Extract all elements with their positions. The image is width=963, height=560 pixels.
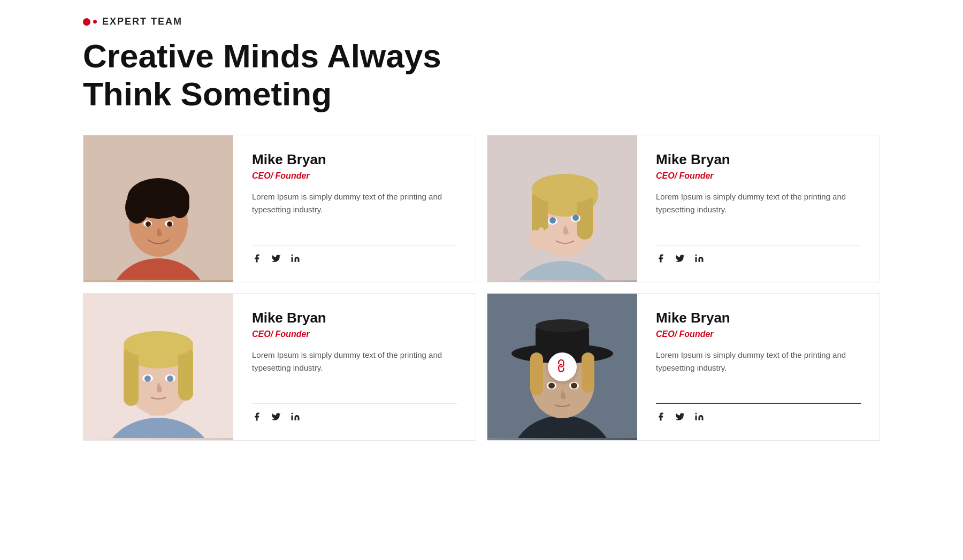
team-card-3: Mike Bryan CEO/ Founder Lorem Ipsum is s… [83, 293, 476, 441]
svg-point-25 [549, 217, 556, 224]
twitter-icon-4[interactable] [675, 412, 685, 424]
svg-rect-30 [545, 228, 551, 248]
team-photo-1 [83, 135, 233, 282]
member-name-2: Mike Bryan [656, 151, 861, 168]
link-icon-4 [553, 357, 571, 376]
team-card-content-4: Mike Bryan CEO/ Founder Lorem Ipsum is s… [637, 294, 880, 440]
member-social-4 [656, 403, 861, 424]
member-role-3: CEO/ Founder [252, 329, 457, 339]
person-svg-2 [487, 135, 637, 280]
svg-point-8 [132, 182, 185, 204]
svg-point-26 [572, 214, 579, 221]
twitter-icon-3[interactable] [271, 412, 281, 424]
svg-point-32 [696, 254, 697, 256]
member-name-1: Mike Bryan [252, 151, 457, 168]
svg-rect-29 [538, 227, 544, 248]
team-card-2: Mike Bryan CEO/ Founder Lorem Ipsum is s… [487, 135, 880, 282]
svg-point-61 [696, 412, 697, 414]
linkedin-icon-4[interactable] [694, 412, 704, 424]
team-card-content-1: Mike Bryan CEO/ Founder Lorem Ipsum is s… [233, 135, 476, 282]
facebook-icon-3[interactable] [252, 412, 262, 424]
member-role-2: CEO/ Founder [656, 171, 861, 181]
member-social-2 [656, 245, 861, 266]
person-svg-3 [83, 294, 233, 438]
section-label: EXPERT TEAM [83, 16, 880, 27]
team-card-content-2: Mike Bryan CEO/ Founder Lorem Ipsum is s… [637, 135, 880, 282]
person-svg-1 [83, 135, 233, 280]
dot-large [83, 18, 90, 26]
member-role-1: CEO/ Founder [252, 171, 457, 181]
member-role-4: CEO/ Founder [656, 329, 861, 339]
svg-point-60 [571, 382, 577, 388]
member-name-3: Mike Bryan [252, 310, 457, 326]
member-social-1 [252, 245, 457, 266]
svg-point-12 [167, 221, 172, 227]
twitter-icon-2[interactable] [675, 254, 685, 266]
svg-point-11 [146, 221, 151, 227]
team-card-content-3: Mike Bryan CEO/ Founder Lorem Ipsum is s… [233, 294, 476, 440]
svg-point-22 [532, 174, 598, 204]
facebook-icon-2[interactable] [656, 254, 666, 266]
overlay-link-button-4[interactable] [548, 352, 577, 381]
heading-line2: Think Someting [83, 75, 332, 112]
heading-line1: Creative Minds Always [83, 37, 441, 74]
twitter-icon-1[interactable] [271, 254, 281, 266]
member-name-4: Mike Bryan [656, 310, 861, 326]
linkedin-icon-3[interactable] [291, 412, 300, 424]
svg-point-13 [292, 254, 293, 256]
section-heading: Creative Minds Always Think Someting [83, 37, 880, 113]
svg-rect-39 [124, 347, 139, 406]
svg-rect-31 [551, 231, 556, 247]
svg-point-41 [124, 331, 193, 358]
svg-rect-56 [582, 352, 594, 393]
svg-point-45 [167, 375, 173, 382]
section-label-text: EXPERT TEAM [102, 16, 182, 27]
dot-small [93, 20, 97, 24]
page-wrapper: EXPERT TEAM Creative Minds Always Think … [0, 0, 963, 473]
team-card-1: Mike Bryan CEO/ Founder Lorem Ipsum is s… [83, 135, 476, 282]
team-photo-3 [83, 294, 233, 440]
team-grid: Mike Bryan CEO/ Founder Lorem Ipsum is s… [83, 135, 880, 441]
team-card-4: Mike Bryan CEO/ Founder Lorem Ipsum is s… [487, 293, 880, 441]
svg-rect-55 [530, 352, 543, 395]
member-social-3 [252, 403, 457, 424]
facebook-icon-1[interactable] [252, 254, 262, 266]
svg-point-46 [292, 412, 293, 414]
svg-point-59 [548, 382, 555, 388]
member-bio-2: Lorem Ipsum is simply dummy text of the … [656, 190, 861, 216]
svg-rect-28 [531, 230, 538, 249]
svg-point-54 [536, 319, 589, 332]
team-photo-2 [487, 135, 637, 282]
svg-rect-40 [178, 347, 193, 401]
section-label-dots [83, 18, 97, 26]
svg-point-44 [144, 375, 151, 382]
team-photo-4 [487, 294, 637, 440]
facebook-icon-4[interactable] [656, 412, 666, 424]
member-bio-3: Lorem Ipsum is simply dummy text of the … [252, 349, 457, 374]
linkedin-icon-1[interactable] [291, 254, 300, 266]
member-bio-1: Lorem Ipsum is simply dummy text of the … [252, 190, 457, 216]
member-bio-4: Lorem Ipsum is simply dummy text of the … [656, 349, 861, 374]
linkedin-icon-2[interactable] [694, 254, 704, 266]
